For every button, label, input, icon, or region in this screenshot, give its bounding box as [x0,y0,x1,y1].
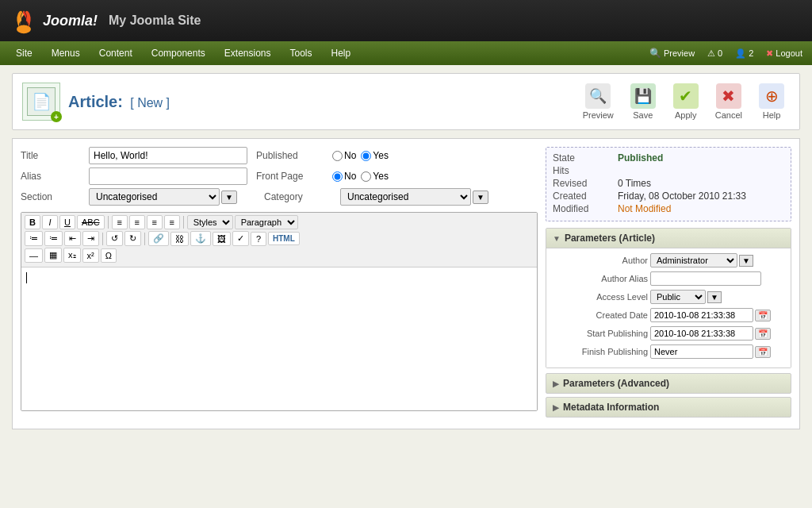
section-select[interactable]: Uncategorised [89,188,220,206]
finish-pub-input[interactable] [650,344,753,359]
title-input[interactable] [89,147,247,164]
navbar: Site Menus Content Components Extensions… [0,41,812,65]
editor-anchor-btn[interactable]: ⚓ [190,231,211,246]
editor-toolbar: B I U ABC ≡ ≡ ≡ ≡ Styles [21,213,537,267]
param-start-pub-row: Start Publishing 📅 [553,326,784,341]
editor-align-right-btn[interactable]: ≡ [147,215,163,229]
editor-undo-btn[interactable]: ↺ [106,231,123,246]
created-key: Created [553,190,616,202]
finish-pub-calendar-btn[interactable]: 📅 [755,346,771,358]
editor-ul-btn[interactable]: ≔ [25,231,43,246]
nav-content[interactable]: Content [90,41,142,65]
nav-menus[interactable]: Menus [42,41,90,65]
editor-align-left-btn[interactable]: ≡ [112,215,128,229]
created-date-calendar-btn[interactable]: 📅 [755,310,771,321]
apply-button[interactable]: Apply [668,80,704,123]
editor-area: B I U ABC ≡ ≡ ≡ ≡ Styles [21,212,538,411]
editor-strikethrough-btn[interactable]: ABC [77,215,105,229]
nav-help[interactable]: Help [322,41,361,65]
editor-body[interactable] [21,267,537,410]
modified-value: Not Modified [618,203,784,214]
cancel-button[interactable]: Cancel [710,80,747,123]
editor-table-btn[interactable]: ▦ [44,248,62,263]
editor-indent-btn[interactable]: ⇥ [82,231,99,246]
nav-components[interactable]: Components [142,41,215,65]
editor-hr-btn[interactable]: — [25,248,43,263]
editor-format-select[interactable]: Paragraph [235,215,298,229]
revised-key: Revised [553,178,616,189]
editor-cleanup-btn[interactable]: ✓ [232,231,249,246]
params-article-body: Author Administrator ▼ Author Alias [546,248,791,368]
author-select-btn[interactable]: ▼ [739,255,753,267]
logout-item[interactable]: ✖ Logout [763,47,806,60]
editor-special-char-btn[interactable]: Ω [101,248,117,263]
editor-styles-select[interactable]: Styles [187,215,233,229]
params-advanced-header[interactable]: ▶ Parameters (Advanced) [546,373,791,394]
published-yes-radio[interactable] [361,151,371,161]
editor-unlink-btn[interactable]: ⛓ [170,232,189,246]
nav-site[interactable]: Site [6,41,42,65]
preview-link[interactable]: 🔍 Preview [646,46,698,60]
editor-html-btn[interactable]: HTML [268,232,300,245]
param-created-date-row: Created Date 📅 [553,308,784,322]
params-article-header[interactable]: ▼ Parameters (Article) [546,229,791,248]
editor-sep-2 [183,216,184,229]
form-right: State Published Hits Revised 0 Times Cre… [546,147,791,421]
category-label: Category [264,191,335,202]
editor-sub-btn[interactable]: x₂ [63,248,81,263]
access-label: Access Level [553,292,648,302]
help-button[interactable]: Help [753,80,790,123]
params-advanced-triangle: ▶ [553,379,559,388]
frontpage-yes-label[interactable]: Yes [361,171,389,182]
frontpage-no-radio[interactable] [332,171,343,182]
editor-help-btn[interactable]: ? [251,232,266,246]
published-yes-label[interactable]: Yes [361,150,389,161]
frontpage-yes-radio[interactable] [361,171,371,182]
published-no-label[interactable]: No [332,150,356,161]
metadata-header[interactable]: ▶ Metadata Information [546,397,791,418]
created-date-input[interactable] [650,308,753,322]
editor-toolbar-row-2: ≔ ≔ ⇤ ⇥ ↺ ↻ 🔗 ⛓ ⚓ 🖼 ✓ ? HTML [25,231,534,246]
info-state-row: State Published [553,152,784,164]
editor-redo-btn[interactable]: ↻ [124,231,141,246]
add-badge: + [51,111,62,122]
editor-ol-btn[interactable]: ≔ [44,231,63,246]
revised-value: 0 Times [618,178,784,189]
params-article-triangle: ▼ [553,234,561,243]
save-button[interactable]: 💾 Save [625,80,661,123]
author-alias-input[interactable] [650,271,761,286]
frontpage-no-label[interactable]: No [332,171,356,182]
main-content: 📄 + Article: [ New ] 🔍 Preview 💾 Save [0,65,812,437]
author-select[interactable]: Administrator [650,253,737,267]
messages-item[interactable]: 👤 2 [732,47,756,60]
editor-underline-btn[interactable]: U [59,215,75,229]
finish-pub-label: Finish Publishing [553,347,648,356]
nav-extensions[interactable]: Extensions [215,41,281,65]
editor-image-btn[interactable]: 🖼 [213,232,231,246]
section-browse-btn[interactable]: ▼ [221,190,237,204]
alias-input[interactable] [89,167,247,185]
access-select-btn[interactable]: ▼ [707,291,722,303]
editor-link-btn[interactable]: 🔗 [148,231,169,246]
published-no-radio[interactable] [332,151,343,161]
params-advanced-title: Parameters (Advanced) [563,378,669,389]
editor-align-center-btn[interactable]: ≡ [129,215,145,229]
article-header: 📄 + Article: [ New ] 🔍 Preview 💾 Save [12,73,800,130]
logout-label: Logout [776,48,802,58]
access-select[interactable]: Public [650,290,706,304]
editor-italic-btn[interactable]: I [42,215,58,229]
editor-align-justify-btn[interactable]: ≡ [164,215,180,229]
nav-tools[interactable]: Tools [281,41,322,65]
start-pub-input[interactable] [650,326,753,341]
editor-bold-btn[interactable]: B [25,215,40,229]
preview-button[interactable]: 🔍 Preview [578,80,619,123]
help-icon [759,83,784,109]
editor-outdent-btn[interactable]: ⇤ [64,231,81,246]
form-left: Title Published No Yes Alias [21,147,538,421]
alerts-item[interactable]: ⚠ 0 [704,47,726,60]
category-select[interactable]: Uncategorised [340,188,471,206]
start-pub-calendar-btn[interactable]: 📅 [755,328,771,340]
alert-icon: ⚠ [707,48,715,59]
category-browse-btn[interactable]: ▼ [473,190,488,204]
editor-sup-btn[interactable]: x² [82,248,99,263]
